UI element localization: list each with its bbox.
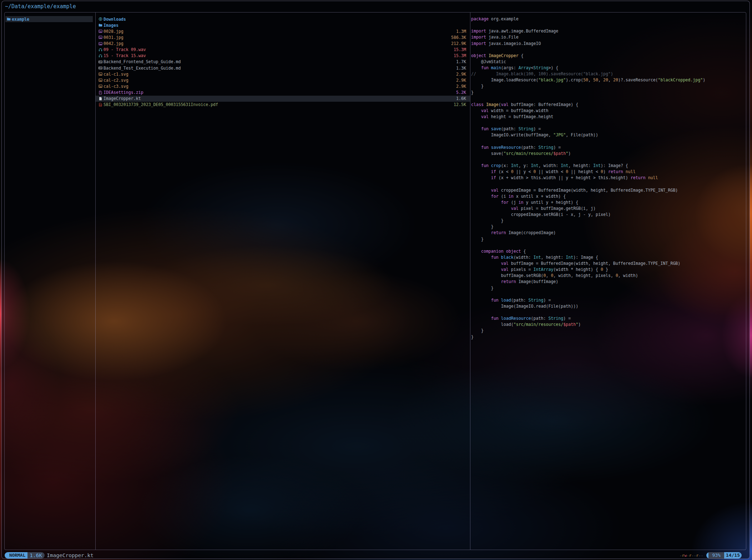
vector-image-icon <box>99 72 102 76</box>
code-line <box>471 120 705 126</box>
code-line: load("src/main/resources/$path") <box>471 322 705 328</box>
code-line <box>471 47 705 53</box>
file-name: 09 - Track 09.wav <box>104 47 146 52</box>
current-pane: DownloadsImages0028.jpg1.3M0031.jpg586.3… <box>96 16 470 108</box>
file-row[interactable]: cal-c2.svg2.9K <box>96 77 470 83</box>
code-line: class Image(val buffImage: BufferedImage… <box>471 102 705 108</box>
code-line: package org.example <box>471 16 705 22</box>
file-size: 586.3K <box>451 35 466 40</box>
archive-icon <box>99 91 102 95</box>
code-line: Image(ImageIO.read(File(path))) <box>471 303 705 309</box>
code-line: fun save(path: String) = <box>471 126 705 132</box>
code-line: val buffImage = BufferedImage(width, hei… <box>471 261 705 267</box>
terminal-window: ~/Data/example/example example Downloads… <box>1 1 750 559</box>
file-row[interactable]: Downloads <box>96 16 470 22</box>
code-line: } <box>471 328 705 334</box>
file-size: 1.6K <box>456 96 466 101</box>
file-row[interactable]: SBI_0032013739_2023_DE05_0003155631Invoi… <box>96 102 470 108</box>
file-size: 1.3K <box>456 66 466 71</box>
code-line: fun load(path: String) = <box>471 297 705 303</box>
vector-image-icon <box>99 84 102 88</box>
file-size-badge: 1.6K <box>27 552 45 559</box>
code-line <box>471 309 705 316</box>
parent-pane: example <box>5 16 93 22</box>
file-name: Backend_Frontend_Setup_Guide.md <box>104 59 181 64</box>
file-row[interactable]: Backend_Test_Execution_Guide.md1.3K <box>96 65 470 71</box>
file-name: 15 - Track 15.wav <box>104 53 146 58</box>
preview-pane: package org.example import java.awt.imag… <box>471 16 705 340</box>
file-row[interactable]: cal-c1.svg2.9K <box>96 71 470 77</box>
file-row[interactable]: 0028.jpg1.3M <box>96 28 470 34</box>
file-row[interactable]: Images <box>96 22 470 28</box>
code-line: if (x + width > this.width || y + height… <box>471 175 705 181</box>
code-line: object ImageCropper { <box>471 53 705 59</box>
code-line: return Image(buffImage) <box>471 279 705 285</box>
file-permissions: -rw-r--r-- <box>680 553 703 558</box>
downloads-folder-icon <box>99 17 102 21</box>
file-name: example <box>12 17 29 22</box>
file-row[interactable]: IDEAsettings.zip5.2K <box>96 90 470 96</box>
file-name: cal-c2.svg <box>104 78 128 83</box>
folder-icon <box>99 23 102 27</box>
code-line: fun black(width: Int, height: Int): Imag… <box>471 254 705 261</box>
file-size: 15.3M <box>454 47 466 52</box>
code-line: import javax.imageio.ImageIO <box>471 41 705 47</box>
file-icon <box>99 97 102 101</box>
code-line: companion object { <box>471 248 705 254</box>
vector-image-icon <box>99 78 102 82</box>
code-line: import java.io.File <box>471 34 705 40</box>
file-row[interactable]: ImageCropper.kt1.6K <box>96 96 470 102</box>
code-line <box>471 22 705 28</box>
file-row[interactable]: example <box>5 16 93 22</box>
file-row[interactable]: 0031.jpg586.3K <box>96 34 470 40</box>
file-size: 212.9K <box>451 41 466 46</box>
code-line: fun main(args: Array<String>) { <box>471 65 705 71</box>
code-line <box>471 291 705 297</box>
pdf-icon <box>99 103 102 107</box>
code-line: } <box>471 83 705 89</box>
file-row[interactable]: cal-c3.svg2.9K <box>96 83 470 89</box>
file-size: 2.9K <box>456 78 466 83</box>
code-line: } <box>471 218 705 224</box>
code-line: for (j in y until y + height) { <box>471 200 705 206</box>
file-row[interactable]: 09 - Track 09.wav15.3M <box>96 47 470 53</box>
code-line: fun crop(x: Int, y: Int, width: Int, hei… <box>471 163 705 169</box>
audio-icon <box>99 54 102 58</box>
file-name: cal-c3.svg <box>104 84 128 89</box>
file-size: 1.7K <box>456 59 466 64</box>
file-size: 5.2K <box>456 90 466 95</box>
code-line: } <box>471 334 705 340</box>
code-line: save("src/main/resources/$path") <box>471 151 705 157</box>
file-name: SBI_0032013739_2023_DE05_0003155631Invoi… <box>104 102 218 107</box>
code-line <box>471 181 705 187</box>
code-line <box>471 242 705 248</box>
file-row[interactable]: 0042.jpg212.9K <box>96 41 470 47</box>
image-icon <box>99 29 102 33</box>
code-line: } <box>471 224 705 230</box>
code-line <box>471 138 705 145</box>
audio-icon <box>99 48 102 52</box>
code-line: } <box>471 236 705 242</box>
file-name: 0031.jpg <box>104 35 123 40</box>
scroll-percent: 93% <box>708 552 724 559</box>
file-row[interactable]: Backend_Frontend_Setup_Guide.md1.7K <box>96 59 470 65</box>
code-line: } <box>471 285 705 291</box>
image-icon <box>99 42 102 46</box>
file-name: 0028.jpg <box>104 29 123 34</box>
cursor-position: 14/15 <box>724 552 742 559</box>
code-line: // Image.black(100, 100).saveResource("b… <box>471 71 705 77</box>
code-line: val pixel = buffImage.getRGB(i, j) <box>471 206 705 212</box>
file-size: 12.5K <box>454 102 466 107</box>
code-line: } <box>471 90 705 96</box>
file-row[interactable]: 15 - Track 15.wav15.3M <box>96 53 470 59</box>
code-line: buffImage.setRGB(0, 0, width, height, pi… <box>471 273 705 279</box>
file-name: ImageCropper.kt <box>104 96 141 101</box>
code-line: val pixels = IntArray(width * height) { … <box>471 267 705 273</box>
code-line: fun saveResource(path: String) = <box>471 145 705 151</box>
file-name: cal-c1.svg <box>104 72 128 77</box>
markdown-icon <box>99 66 102 70</box>
image-icon <box>99 35 102 39</box>
code-line: Image.loadResource("black.jpg").crop(50,… <box>471 77 705 83</box>
breadcrumb-path: ~/Data/example/example <box>5 3 76 10</box>
status-filename: ImageCropper.kt <box>47 553 94 558</box>
